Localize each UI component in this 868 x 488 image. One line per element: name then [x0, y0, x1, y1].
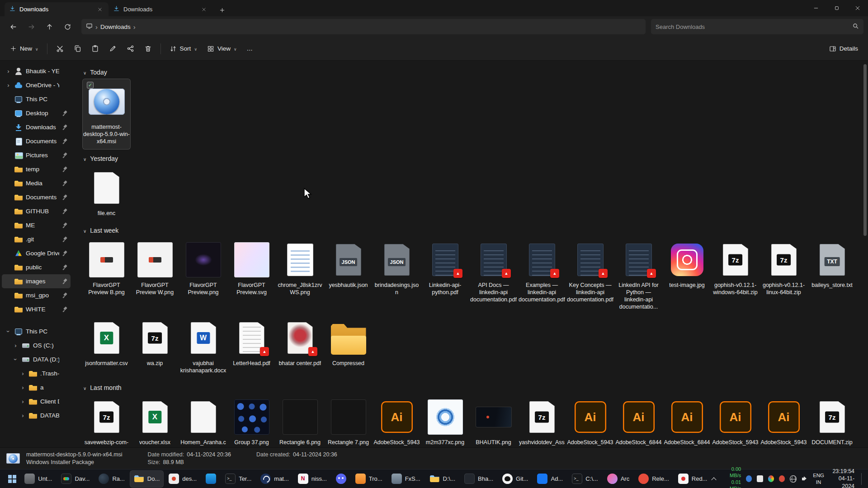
chevron-icon[interactable] — [20, 398, 26, 405]
sidebar-item[interactable]: Documents — [2, 190, 71, 204]
file-item[interactable]: yesbhautik.json — [324, 237, 373, 293]
sort-button[interactable]: Sort — [165, 41, 202, 57]
search-input[interactable] — [656, 23, 852, 30]
file-item[interactable]: Group 37.png — [227, 394, 276, 447]
tray-app-icon-white[interactable] — [757, 475, 763, 482]
scrollbar-thumb[interactable] — [863, 64, 867, 236]
rename-button[interactable] — [104, 41, 121, 57]
section-header[interactable]: Today — [83, 69, 864, 76]
chevron-icon[interactable] — [20, 370, 26, 377]
sidebar-item[interactable]: DATABASE — [2, 408, 71, 422]
refresh-button[interactable] — [59, 19, 76, 34]
taskbar-item[interactable]: Bha... — [460, 470, 497, 488]
tab-close-button[interactable] — [96, 5, 104, 14]
sidebar-item[interactable]: images — [2, 274, 71, 288]
sidebar-item[interactable]: public — [2, 260, 71, 274]
sidebar-item[interactable]: Desktop — [2, 106, 71, 120]
show-desktop-button[interactable] — [861, 473, 862, 485]
sidebar-item[interactable]: Media — [2, 176, 71, 190]
tab-close-button[interactable] — [200, 5, 208, 14]
collapse-chevron-icon[interactable] — [83, 227, 86, 234]
share-button[interactable] — [122, 41, 139, 57]
taskbar-item[interactable]: C:\... — [568, 470, 602, 488]
section-header[interactable]: Last week — [83, 227, 864, 234]
section-header[interactable]: Last month — [83, 384, 864, 391]
forward-button[interactable] — [23, 19, 40, 34]
file-item[interactable]: FlavorGPT Preview.png — [179, 237, 227, 300]
sidebar-item[interactable]: OneDrive - YESE — [2, 78, 71, 92]
explorer-tab-active[interactable]: Downloads — [5, 2, 108, 16]
clock[interactable]: 23:19:54 04-11-2024 — [829, 468, 854, 488]
file-item[interactable]: baileys_store.txt — [808, 237, 856, 293]
checkbox[interactable] — [87, 82, 94, 89]
sidebar-item[interactable]: DATA (D:) — [2, 352, 71, 366]
taskbar-item[interactable]: Ter... — [221, 470, 255, 488]
sidebar-item[interactable]: Bhautik - YESBH — [2, 64, 71, 78]
sidebar-item[interactable]: temp — [2, 162, 71, 176]
collapse-chevron-icon[interactable] — [83, 69, 86, 76]
taskbar-item[interactable]: Unt... — [20, 470, 56, 488]
taskbar-item[interactable]: Rele... — [634, 470, 673, 488]
minimize-button[interactable] — [806, 0, 826, 16]
breadcrumb-path[interactable]: Downloads — [100, 23, 131, 30]
sidebar-item[interactable]: Documents — [2, 134, 71, 148]
taskbar-item[interactable]: Ra... — [94, 470, 128, 488]
sidebar-item[interactable]: .git — [2, 232, 71, 246]
taskbar-item[interactable]: mat... — [256, 470, 293, 488]
file-item[interactable]: FlavorGPT Preview W.png — [131, 237, 179, 300]
tray-app-icon-color[interactable] — [768, 475, 774, 482]
sidebar-item[interactable]: a — [2, 380, 71, 394]
up-button[interactable] — [41, 19, 58, 34]
taskbar-item[interactable]: D:\... — [425, 470, 459, 488]
close-button[interactable] — [847, 0, 868, 16]
paste-button[interactable] — [87, 41, 104, 57]
file-item[interactable]: Compressed — [324, 315, 373, 371]
view-button[interactable]: View — [203, 41, 241, 57]
chevron-icon[interactable] — [5, 328, 12, 334]
taskbar-item[interactable]: FxS... — [387, 470, 425, 488]
file-item[interactable]: gophish-v0.12.1-windows-64bit.zip — [711, 237, 760, 300]
file-item[interactable]: AdobeStock_594399656.ai — [760, 394, 808, 447]
sidebar-item[interactable]: Pictures — [2, 148, 71, 162]
chevron-icon[interactable] — [5, 68, 11, 75]
file-item[interactable]: AdobeStock_594399656 [Converted].ai — [373, 394, 421, 447]
collapse-chevron-icon[interactable] — [83, 155, 86, 162]
chevron-icon[interactable] — [20, 384, 26, 391]
start-button[interactable] — [4, 470, 20, 488]
taskbar-item[interactable]: Red... — [674, 470, 712, 488]
file-item[interactable]: BHAUTIK.png — [469, 394, 518, 447]
file-item[interactable]: mattermost-desktop-5.9.0-win-x64.msi — [82, 79, 131, 150]
section-header[interactable]: Yesterday — [83, 155, 864, 162]
maximize-button[interactable] — [826, 0, 847, 16]
hidden-icons-chevron[interactable] — [711, 476, 716, 482]
more-options-button[interactable]: … — [242, 41, 258, 57]
chevron-icon[interactable] — [12, 357, 19, 362]
taskbar-item[interactable]: Ad... — [533, 470, 567, 488]
delete-button[interactable] — [140, 41, 156, 57]
cut-button[interactable] — [52, 41, 68, 57]
network-icon[interactable] — [790, 475, 796, 483]
chevron-icon[interactable] — [20, 412, 26, 419]
file-item[interactable]: API Docs — linkedin-api documentation.pd… — [469, 237, 518, 308]
file-item[interactable]: AdobeStock_684401528.ai — [663, 394, 711, 447]
explorer-tab[interactable]: Downloads — [108, 2, 212, 16]
file-item[interactable]: yashvidotdev_AssignmentRepo-main.zip — [518, 394, 566, 447]
search-box[interactable] — [651, 19, 863, 34]
chevron-icon[interactable] — [5, 82, 11, 89]
file-item[interactable]: bhatar center.pdf — [276, 315, 324, 371]
file-item[interactable]: chrome_J8sk1zrvWS.png — [276, 237, 324, 300]
taskbar-item[interactable]: Git... — [498, 470, 532, 488]
sidebar-item[interactable]: GITHUB — [2, 204, 71, 218]
tray-app-icon-blue[interactable] — [746, 475, 752, 482]
taskbar-item[interactable] — [202, 470, 220, 488]
sidebar-item[interactable]: .Trash-1000 — [2, 366, 71, 380]
file-item[interactable]: wa.zip — [131, 315, 179, 371]
sidebar-item[interactable]: ME — [2, 218, 71, 232]
file-item[interactable]: test-image.jpg — [663, 237, 711, 293]
taskbar-item[interactable] — [332, 470, 350, 488]
file-item[interactable]: Key Concepts — linkedin-api documentatio… — [566, 237, 614, 308]
sidebar-item[interactable]: WHITE — [2, 302, 71, 316]
file-item[interactable]: Rectangle 7.png — [324, 394, 373, 447]
file-item[interactable]: FlavorGPT Preview B.png — [82, 237, 131, 300]
file-item[interactable]: LinkedIn API for Python — linkedin-api d… — [614, 237, 663, 315]
